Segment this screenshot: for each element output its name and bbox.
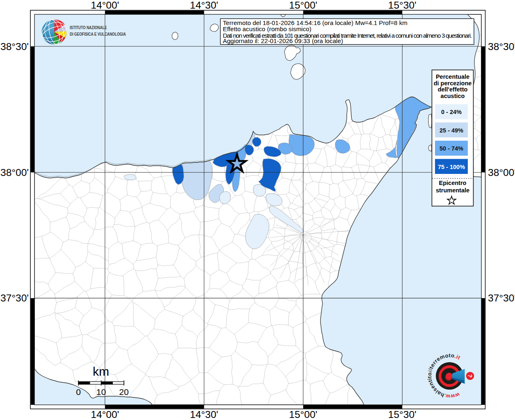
svg-text:Terremoto del 18-01-2026 14:54: Terremoto del 18-01-2026 14:54:16 (ora l… [223,19,407,26]
svg-text:0: 0 [76,387,81,397]
svg-text:38°00': 38°00' [488,167,515,178]
svg-text:14°30': 14°30' [190,0,218,11]
svg-text:38°30': 38°30' [0,41,29,52]
svg-text:38°00': 38°00' [0,167,29,178]
svg-text:km: km [93,365,109,378]
svg-text:37°30': 37°30' [0,292,29,304]
svg-text:50 - 74%: 50 - 74% [439,145,463,152]
svg-text:25 - 49%: 25 - 49% [439,127,463,134]
svg-text:di percezione: di percezione [434,80,472,87]
svg-text:Percentuale: Percentuale [436,73,469,80]
svg-text:acustico: acustico [441,93,465,99]
svg-text:strumentale: strumentale [436,187,469,194]
svg-text:14°30': 14°30' [190,409,218,420]
svg-text:Epicentro: Epicentro [439,180,467,186]
svg-text:Aggiornato il: 22-01-2026 09:3: Aggiornato il: 22-01-2026 09:33 (ora loc… [223,37,343,44]
svg-text:15°00': 15°00' [289,409,317,420]
svg-text:20: 20 [119,387,128,397]
svg-text:15°00': 15°00' [289,0,317,11]
svg-text:dell'effetto: dell'effetto [438,86,468,93]
svg-text:15°30': 15°30' [388,0,417,11]
svg-text:14°00': 14°00' [91,0,119,11]
svg-text:10: 10 [96,387,106,397]
svg-text:37°30': 37°30' [488,292,515,304]
svg-text:15°30': 15°30' [388,409,417,420]
svg-text:DI GEOFISICA E VULCANOLOGIA: DI GEOFISICA E VULCANOLOGIA [70,32,126,37]
svg-text:0 - 24%: 0 - 24% [441,109,462,115]
svg-text:?: ? [467,374,474,378]
svg-text:14°00': 14°00' [91,409,119,420]
svg-text:ISTITUTO NAZIONALE: ISTITUTO NAZIONALE [70,25,107,30]
svg-text:Effetto acustico (rombo sismic: Effetto acustico (rombo sismico) [223,25,311,32]
svg-text:75 - 100%: 75 - 100% [438,164,465,170]
svg-text:38°30': 38°30' [488,41,515,52]
